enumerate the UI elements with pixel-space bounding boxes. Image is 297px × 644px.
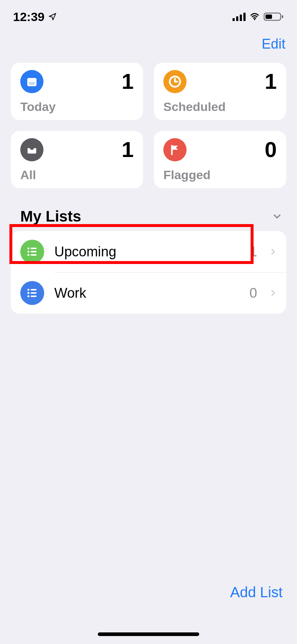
battery-icon: [264, 12, 284, 21]
svg-rect-7: [282, 15, 283, 18]
svg-point-19: [28, 292, 29, 294]
list-item-label: Upcoming: [54, 244, 239, 260]
list-item-upcoming[interactable]: Upcoming 1: [11, 231, 286, 272]
svg-point-12: [28, 247, 29, 249]
svg-rect-0: [233, 18, 235, 21]
svg-rect-9: [27, 78, 37, 81]
tile-flagged[interactable]: 0 Flagged: [154, 131, 286, 188]
home-indicator[interactable]: [98, 632, 199, 636]
tile-scheduled[interactable]: 1 Scheduled: [154, 63, 286, 120]
tile-today[interactable]: 1 Today: [11, 63, 143, 120]
add-list-button[interactable]: Add List: [230, 584, 283, 600]
chevron-down-icon[interactable]: [272, 211, 283, 222]
my-lists-title: My Lists: [20, 208, 81, 225]
list-item-count: 0: [250, 285, 257, 301]
cellular-icon: [233, 12, 246, 21]
list-item-count: 1: [250, 244, 257, 260]
flag-icon: [163, 138, 187, 161]
chevron-right-icon: [269, 288, 277, 298]
list-item-work[interactable]: Work 0: [11, 272, 286, 314]
list-bullet-icon: [20, 281, 44, 305]
svg-point-20: [28, 295, 29, 297]
svg-rect-16: [31, 251, 37, 252]
tile-today-label: Today: [20, 100, 134, 114]
svg-rect-22: [31, 292, 37, 294]
tile-scheduled-count: 1: [265, 71, 277, 92]
location-icon: [48, 12, 57, 21]
svg-point-4: [254, 19, 255, 20]
tile-flagged-label: Flagged: [163, 168, 277, 182]
svg-rect-1: [236, 16, 238, 21]
svg-rect-15: [31, 248, 37, 249]
tile-all-count: 1: [122, 139, 134, 161]
edit-button[interactable]: Edit: [262, 36, 285, 52]
chevron-right-icon: [269, 246, 277, 257]
svg-rect-10: [29, 82, 35, 84]
tray-icon: [20, 138, 43, 161]
tile-all[interactable]: 1 All: [11, 131, 143, 188]
svg-point-13: [28, 251, 29, 252]
svg-point-14: [28, 254, 29, 256]
tile-scheduled-label: Scheduled: [163, 100, 277, 114]
status-time: 12:39: [13, 10, 45, 24]
tile-all-label: All: [20, 168, 134, 182]
svg-rect-23: [31, 296, 37, 297]
svg-rect-6: [265, 15, 272, 19]
svg-point-18: [28, 289, 29, 290]
svg-rect-17: [31, 254, 37, 256]
wifi-icon: [248, 12, 261, 21]
svg-rect-3: [243, 13, 246, 21]
svg-rect-21: [31, 289, 37, 290]
status-bar: 12:39: [0, 0, 297, 25]
tile-today-count: 1: [122, 71, 134, 92]
svg-rect-2: [240, 15, 242, 21]
list-item-label: Work: [54, 285, 239, 301]
clock-icon: [163, 70, 187, 93]
list-bullet-icon: [20, 240, 44, 264]
calendar-icon: [20, 70, 43, 93]
tile-flagged-count: 0: [265, 139, 277, 161]
lists-container: Upcoming 1 Work 0: [11, 231, 286, 314]
